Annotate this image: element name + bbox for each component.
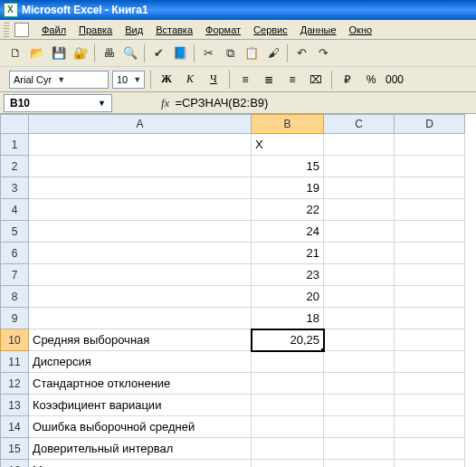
copy-button[interactable]: ⧉ [220, 43, 240, 63]
cell-c15[interactable] [324, 438, 395, 460]
undo-button[interactable]: ↶ [291, 43, 311, 63]
cell-b16[interactable] [252, 460, 324, 467]
column-header-b[interactable]: B [252, 114, 324, 134]
column-header-d[interactable]: D [395, 114, 465, 134]
row-header-7[interactable]: 7 [0, 264, 29, 286]
cell-c9[interactable] [324, 308, 395, 329]
cell-a12[interactable]: Стандартное отклонение [29, 373, 252, 395]
currency-button[interactable]: ₽ [338, 70, 357, 90]
cell-a10[interactable]: Средняя выборочная [29, 329, 252, 351]
preview-button[interactable]: 🔍 [120, 43, 140, 63]
save-button[interactable]: 💾 [49, 43, 69, 63]
row-header-4[interactable]: 4 [0, 199, 29, 221]
menu-file[interactable]: Файл [36, 23, 71, 37]
cell-d16[interactable] [395, 460, 465, 467]
row-header-13[interactable]: 13 [0, 395, 29, 416]
row-header-10[interactable]: 10 [0, 329, 29, 351]
cell-b4[interactable]: 22 [252, 199, 324, 221]
cell-d3[interactable] [395, 177, 465, 199]
cell-a5[interactable] [29, 221, 252, 243]
cell-d13[interactable] [395, 395, 465, 416]
cut-button[interactable]: ✂ [198, 43, 218, 63]
fx-icon[interactable]: fx [161, 96, 169, 110]
cell-b15[interactable] [252, 438, 324, 460]
paste-button[interactable]: 📋 [242, 43, 262, 63]
cell-c1[interactable] [324, 134, 395, 156]
row-header-9[interactable]: 9 [0, 308, 29, 329]
select-all-button[interactable] [0, 114, 29, 134]
permission-button[interactable]: 🔐 [71, 43, 90, 63]
cell-a6[interactable] [29, 243, 252, 264]
cell-a4[interactable] [29, 199, 252, 221]
research-button[interactable]: 📘 [170, 43, 190, 63]
cell-c3[interactable] [324, 177, 395, 199]
cell-b9[interactable]: 18 [252, 308, 324, 329]
cell-c8[interactable] [324, 286, 395, 308]
cell-a9[interactable] [29, 308, 252, 329]
cell-d1[interactable] [395, 134, 465, 156]
row-header-3[interactable]: 3 [0, 177, 29, 199]
row-header-14[interactable]: 14 [0, 416, 29, 438]
menu-tools[interactable]: Сервис [248, 23, 293, 37]
cell-c2[interactable] [324, 156, 395, 177]
menu-view[interactable]: Вид [119, 23, 148, 37]
row-header-16[interactable]: 16 [0, 460, 29, 467]
menu-edit[interactable]: Правка [73, 23, 118, 37]
comma-style-button[interactable]: 000 [385, 70, 405, 90]
cell-c14[interactable] [324, 416, 395, 438]
row-header-6[interactable]: 6 [0, 243, 29, 264]
menu-format[interactable]: Формат [200, 23, 246, 37]
cell-c10[interactable] [324, 329, 395, 351]
cell-c5[interactable] [324, 221, 395, 243]
cell-d8[interactable] [395, 286, 465, 308]
cell-b1[interactable]: X [252, 134, 324, 156]
cell-d2[interactable] [395, 156, 465, 177]
column-header-a[interactable]: A [29, 114, 252, 134]
row-header-2[interactable]: 2 [0, 156, 29, 177]
cell-a7[interactable] [29, 264, 252, 286]
column-header-c[interactable]: C [324, 114, 395, 134]
menu-insert[interactable]: Вставка [150, 23, 198, 37]
cell-d12[interactable] [395, 373, 465, 395]
cell-c6[interactable] [324, 243, 395, 264]
cell-c11[interactable] [324, 351, 395, 373]
redo-button[interactable]: ↷ [313, 43, 333, 63]
cell-c13[interactable] [324, 395, 395, 416]
row-header-5[interactable]: 5 [0, 221, 29, 243]
cell-b12[interactable] [252, 373, 324, 395]
name-box[interactable]: B10 ▼ [4, 94, 112, 112]
menu-data[interactable]: Данные [295, 23, 342, 37]
format-painter-button[interactable]: 🖌 [263, 43, 283, 63]
row-header-15[interactable]: 15 [0, 438, 29, 460]
merge-button[interactable]: ⌧ [306, 70, 326, 90]
cell-b6[interactable]: 21 [252, 243, 324, 264]
cell-b5[interactable]: 24 [252, 221, 324, 243]
align-left-button[interactable]: ≡ [235, 70, 255, 90]
cell-d5[interactable] [395, 221, 465, 243]
cell-d7[interactable] [395, 264, 465, 286]
percent-button[interactable]: % [361, 70, 381, 90]
new-button[interactable]: 🗋 [5, 43, 25, 63]
cell-d6[interactable] [395, 243, 465, 264]
cell-c16[interactable] [324, 460, 395, 467]
formula-input[interactable]: =СРЗНАЧ(B2:B9) [175, 96, 268, 110]
cell-a13[interactable]: Коээфициент вариации [29, 395, 252, 416]
italic-button[interactable]: К [180, 70, 200, 90]
font-name-combo[interactable]: Arial Cyr ▼ [9, 71, 109, 89]
cell-b7[interactable]: 23 [252, 264, 324, 286]
cell-b3[interactable]: 19 [252, 177, 324, 199]
cell-b2[interactable]: 15 [252, 156, 324, 177]
cell-c12[interactable] [324, 373, 395, 395]
cell-b14[interactable] [252, 416, 324, 438]
cell-c7[interactable] [324, 264, 395, 286]
document-icon[interactable] [14, 23, 29, 37]
cell-d11[interactable] [395, 351, 465, 373]
row-header-12[interactable]: 12 [0, 373, 29, 395]
cell-d14[interactable] [395, 416, 465, 438]
underline-button[interactable]: Ч [204, 70, 224, 90]
cell-b11[interactable] [252, 351, 324, 373]
cell-c4[interactable] [324, 199, 395, 221]
row-header-8[interactable]: 8 [0, 286, 29, 308]
align-center-button[interactable]: ≣ [259, 70, 279, 90]
cell-d15[interactable] [395, 438, 465, 460]
